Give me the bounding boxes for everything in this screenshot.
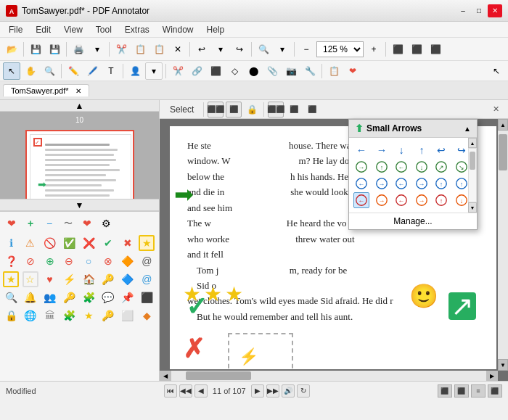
sticker-lightning[interactable]: ⚡ — [61, 271, 77, 287]
sel-btn3[interactable]: ⬛⬛ — [268, 102, 284, 118]
circle-arrow-downright-green[interactable]: ↘ — [454, 159, 470, 175]
save-as-button[interactable]: 💾 — [46, 41, 63, 58]
undo-button[interactable]: ↩ — [193, 41, 210, 58]
maximize-button[interactable]: □ — [472, 4, 486, 17]
menu-edit[interactable]: Edit — [30, 23, 57, 36]
minimize-button[interactable]: – — [456, 4, 470, 17]
annotation-xmark[interactable]: ✗ — [183, 328, 205, 369]
circle-arrow-up-blue2[interactable]: ↑ — [454, 176, 470, 192]
sticker-speech[interactable]: 💬 — [100, 289, 116, 305]
sticker-pin[interactable]: 📌 — [120, 289, 136, 305]
scroll-down-btn[interactable]: ▼ — [498, 359, 508, 371]
dropdown-scroll-thumb[interactable] — [470, 152, 475, 170]
sticker-heart[interactable]: ❤ — [3, 215, 20, 232]
sticker-question[interactable]: ❓ — [3, 253, 19, 269]
sticker-warning[interactable]: ⚠ — [22, 235, 38, 251]
status-view-btn1[interactable]: ⬛ — [438, 384, 452, 398]
circle-arrow-orange2[interactable]: → — [414, 192, 430, 208]
status-view-btn3[interactable]: ≡ — [471, 384, 486, 398]
undo-dropdown[interactable]: ▾ — [212, 41, 229, 58]
sticker-wave[interactable]: 〜 — [60, 215, 77, 232]
sticker-globe[interactable]: 🌐 — [22, 308, 38, 324]
status-view-btn4[interactable]: ⬛ — [488, 384, 502, 398]
sticker-x-circle[interactable]: ❌ — [81, 235, 97, 251]
pencil-tool[interactable]: ✏️ — [65, 62, 82, 80]
highlight-tool[interactable]: 🖊️ — [83, 62, 101, 80]
sticker-heart3[interactable]: ♥ — [42, 271, 58, 287]
sticker-key2[interactable]: 🔑 — [61, 289, 77, 305]
atb-btn9[interactable]: 📋 — [325, 62, 343, 80]
arrow-curve-left[interactable]: ↩ — [433, 142, 449, 158]
sticker-people[interactable]: 👥 — [42, 289, 58, 305]
cut-button[interactable]: ✂️ — [112, 41, 130, 58]
arrow-right-blue[interactable]: → — [374, 142, 390, 158]
paste-button[interactable]: 📋 — [150, 41, 168, 58]
sticker-x[interactable]: ✖ — [120, 235, 136, 251]
sel-lock[interactable]: 🔒 — [244, 102, 260, 118]
sel-btn4[interactable]: ⬛ — [286, 102, 302, 118]
menu-extras[interactable]: Extras — [119, 23, 155, 36]
annotation-smiley[interactable]: 🙂 — [409, 277, 438, 316]
arrow-down-blue[interactable]: ↓ — [393, 142, 409, 158]
sticker-star[interactable]: ★ — [139, 235, 155, 251]
sticker-settings[interactable]: ⚙ — [97, 215, 115, 232]
nav-next[interactable]: ▶ — [251, 384, 264, 398]
redo-button[interactable]: ↪ — [231, 41, 248, 58]
sticker-check[interactable]: ✔ — [100, 235, 116, 251]
view-mode-button[interactable]: ⬛ — [427, 41, 444, 58]
circle-arrow-right-orange[interactable]: → — [374, 192, 390, 208]
page-10-thumbnail[interactable]: ✓ — [25, 130, 134, 199]
arrow-left-blue[interactable]: ← — [353, 142, 369, 158]
panel-scroll-up[interactable]: ▲ — [0, 100, 159, 112]
circle-arrow-right-green[interactable]: → — [353, 159, 369, 175]
sticker-puzzle2[interactable]: 🧩 — [61, 308, 77, 324]
arrow-up-blue[interactable]: ↑ — [414, 142, 430, 158]
fit-width-button[interactable]: ⬛ — [408, 41, 425, 58]
pointer-tool[interactable]: ↖ — [488, 62, 505, 80]
select-tool[interactable]: ↖ — [3, 62, 20, 80]
delete-button[interactable]: ✕ — [169, 41, 187, 58]
sticker-arrow-dl[interactable]: 🔶 — [120, 253, 136, 269]
sticker-plus-circle[interactable]: ⊕ — [42, 253, 58, 269]
sticker-at[interactable]: @ — [139, 271, 155, 287]
zoom-tool[interactable]: 🔍 — [41, 62, 58, 80]
circle-arrow-red2[interactable]: ← — [393, 192, 409, 208]
hscroll-left-btn[interactable]: ◀ — [160, 371, 171, 381]
dropdown-collapse-icon[interactable]: ▲ — [464, 125, 471, 133]
hscroll-right-btn[interactable]: ▶ — [486, 371, 498, 381]
atb-btn3[interactable]: ⬛ — [207, 62, 224, 80]
zoom-select[interactable]: 125 % 100 % 75 % 150 % — [316, 41, 364, 57]
sticker-minus-circle[interactable]: ⊖ — [61, 253, 77, 269]
stamp-tool[interactable]: 👤 — [126, 62, 144, 80]
copy-button[interactable]: 📋 — [131, 41, 149, 58]
nav-refresh[interactable]: ↻ — [297, 384, 310, 398]
circle-arrow-right-blue2[interactable]: → — [374, 176, 390, 192]
atb-btn2[interactable]: 🔗 — [188, 62, 205, 80]
sel-btn5[interactable]: ⬛ — [304, 102, 320, 118]
circle-arrow-right-blue3[interactable]: → — [414, 176, 430, 192]
close-button[interactable]: ✕ — [488, 4, 502, 17]
nav-next-next[interactable]: ▶▶ — [266, 384, 279, 398]
sticker-circle[interactable]: ○ — [81, 253, 97, 269]
menu-help[interactable]: Help — [201, 23, 231, 36]
sticker-plus[interactable]: + — [22, 215, 39, 232]
sticker-search[interactable]: 🔍 — [3, 289, 19, 305]
arrow-curve-right[interactable]: ↪ — [454, 142, 470, 158]
atb-heart[interactable]: ❤ — [344, 62, 361, 80]
sticker-email[interactable]: @ — [139, 253, 155, 269]
menu-file[interactable]: File — [3, 23, 28, 36]
menu-view[interactable]: View — [58, 23, 89, 36]
sticker-star2[interactable]: ★ — [81, 308, 97, 324]
circle-arrow-up-green[interactable]: ↑ — [374, 159, 390, 175]
sticker-info[interactable]: ℹ — [3, 235, 19, 251]
dropdown-scroll-down[interactable]: ▼ — [468, 202, 477, 213]
tab-close-icon[interactable]: ✕ — [75, 87, 81, 95]
circle-arrow-red-selected[interactable]: ← — [353, 192, 369, 208]
scroll-thumb[interactable] — [499, 134, 507, 170]
nav-speaker[interactable]: 🔊 — [282, 384, 295, 398]
circle-arrow-down-green[interactable]: ↓ — [414, 159, 430, 175]
zoom-out-button[interactable]: − — [298, 41, 315, 58]
search-button[interactable]: 🔍 — [255, 41, 272, 58]
hand-tool[interactable]: ✋ — [22, 62, 39, 80]
stamp-dropdown[interactable]: ▾ — [145, 62, 163, 80]
